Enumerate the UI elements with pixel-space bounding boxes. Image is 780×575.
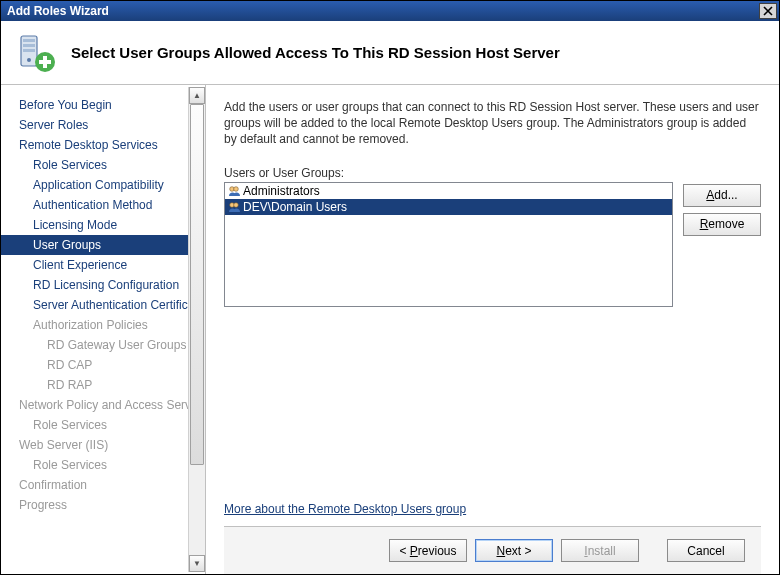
nav-list: Before You BeginServer RolesRemote Deskt…: [1, 95, 205, 515]
description-text: Add the users or user groups that can co…: [224, 99, 761, 148]
svg-point-9: [234, 186, 239, 191]
window-title: Add Roles Wizard: [7, 4, 759, 18]
svg-point-4: [27, 58, 31, 62]
scroll-thumb[interactable]: [190, 104, 204, 465]
nav-item[interactable]: User Groups: [1, 235, 188, 255]
scroll-up-button[interactable]: ▲: [189, 87, 205, 104]
svg-rect-2: [23, 44, 35, 47]
svg-rect-7: [39, 60, 51, 64]
sidebar: Before You BeginServer RolesRemote Deskt…: [1, 85, 206, 574]
svg-point-11: [234, 202, 239, 207]
close-button[interactable]: [759, 3, 777, 19]
nav-item: Role Services: [1, 415, 188, 435]
user-groups-list-wrap: Users or User Groups: AdministratorsDEV\…: [224, 166, 673, 307]
titlebar: Add Roles Wizard: [1, 1, 779, 21]
scroll-down-button[interactable]: ▼: [189, 555, 205, 572]
wizard-body: Before You BeginServer RolesRemote Deskt…: [1, 85, 779, 574]
more-info-link[interactable]: More about the Remote Desktop Users grou…: [224, 502, 761, 516]
user-group-name: Administrators: [243, 184, 320, 198]
cancel-button[interactable]: Cancel: [667, 539, 745, 562]
user-group-item[interactable]: DEV\Domain Users: [225, 199, 672, 215]
nav-item: Progress: [1, 495, 188, 515]
next-button[interactable]: Next >: [475, 539, 553, 562]
nav-item: Authorization Policies: [1, 315, 188, 335]
svg-rect-1: [23, 39, 35, 42]
main-panel: Add the users or user groups that can co…: [206, 85, 779, 574]
nav-item[interactable]: Client Experience: [1, 255, 188, 275]
nav-item: RD RAP: [1, 375, 188, 395]
svg-rect-3: [23, 49, 35, 52]
install-button: Install: [561, 539, 639, 562]
nav-item: RD CAP: [1, 355, 188, 375]
group-icon: [227, 184, 241, 198]
list-buttons: Add... Remove: [683, 166, 761, 307]
remove-button[interactable]: Remove: [683, 213, 761, 236]
nav-item[interactable]: Role Services: [1, 155, 188, 175]
user-groups-label: Users or User Groups:: [224, 166, 673, 180]
previous-button[interactable]: < Previous: [389, 539, 467, 562]
nav-item: RD Gateway User Groups: [1, 335, 188, 355]
nav-item[interactable]: Before You Begin: [1, 95, 188, 115]
user-groups-listbox[interactable]: AdministratorsDEV\Domain Users: [224, 182, 673, 307]
close-icon: [763, 6, 773, 16]
nav-item[interactable]: Remote Desktop Services: [1, 135, 188, 155]
nav-item[interactable]: Application Compatibility: [1, 175, 188, 195]
nav-item[interactable]: Licensing Mode: [1, 215, 188, 235]
wizard-footer: < Previous Next > Install Cancel: [224, 526, 761, 574]
wizard-window: Add Roles Wizard Select User Groups Allo…: [0, 0, 780, 575]
nav-item: Network Policy and Access Services: [1, 395, 188, 415]
wizard-header: Select User Groups Allowed Access To Thi…: [1, 21, 779, 85]
sidebar-scrollbar[interactable]: ▲ ▼: [188, 87, 205, 572]
scroll-track[interactable]: [189, 104, 205, 555]
nav-item: Web Server (IIS): [1, 435, 188, 455]
nav-item: Role Services: [1, 455, 188, 475]
user-group-name: DEV\Domain Users: [243, 200, 347, 214]
user-groups-area: Users or User Groups: AdministratorsDEV\…: [224, 166, 761, 307]
nav-item[interactable]: Server Authentication Certificate: [1, 295, 188, 315]
nav-item[interactable]: Server Roles: [1, 115, 188, 135]
nav-item: Confirmation: [1, 475, 188, 495]
page-title: Select User Groups Allowed Access To Thi…: [71, 44, 560, 61]
server-plus-icon: [15, 32, 57, 74]
nav-item[interactable]: Authentication Method: [1, 195, 188, 215]
group-icon: [227, 200, 241, 214]
user-group-item[interactable]: Administrators: [225, 183, 672, 199]
add-button[interactable]: Add...: [683, 184, 761, 207]
nav-item[interactable]: RD Licensing Configuration: [1, 275, 188, 295]
